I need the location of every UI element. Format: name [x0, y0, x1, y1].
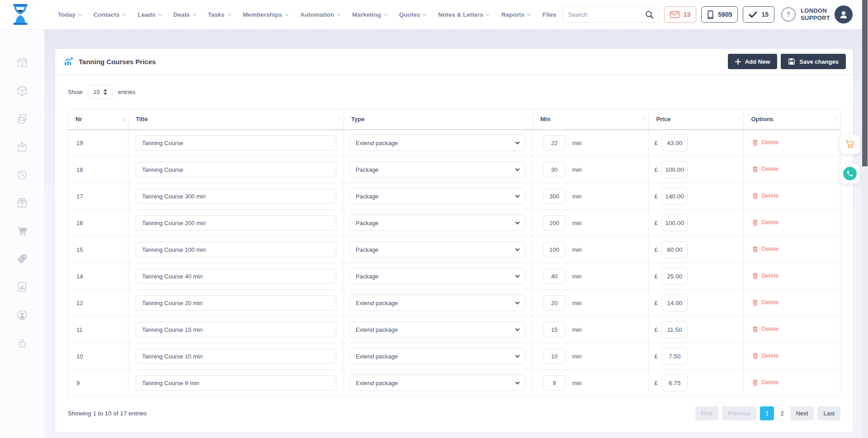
- pagination-last-button[interactable]: Last: [817, 406, 840, 420]
- avatar[interactable]: [835, 5, 853, 24]
- user-menu[interactable]: LONDON SUPPORT: [801, 5, 853, 24]
- delete-button[interactable]: Delete: [752, 245, 778, 253]
- add-new-button[interactable]: Add New: [728, 54, 778, 69]
- delete-button[interactable]: Delete: [752, 352, 778, 359]
- save-changes-button[interactable]: Save changes: [781, 54, 846, 69]
- delete-button[interactable]: Delete: [752, 325, 778, 333]
- account-icon[interactable]: [16, 309, 28, 321]
- sort-icon[interactable]: ↑↓: [338, 117, 340, 122]
- nav-item-memberships[interactable]: Memberships: [243, 11, 288, 18]
- delete-button[interactable]: Delete: [752, 219, 778, 226]
- nav-item-quotes[interactable]: Quotes: [399, 11, 426, 18]
- sort-icon[interactable]: ↑↓: [737, 117, 740, 122]
- title-input[interactable]: [136, 242, 336, 257]
- min-input[interactable]: [543, 295, 566, 311]
- tasks-badge[interactable]: 15: [743, 6, 774, 23]
- delete-button[interactable]: Delete: [752, 272, 778, 279]
- type-select[interactable]: Extend package: [349, 295, 525, 311]
- column-header-price[interactable]: Price↑↓: [649, 109, 744, 130]
- nav-item-contacts[interactable]: Contacts: [94, 11, 126, 18]
- calendar-icon[interactable]: 12: [16, 57, 28, 69]
- min-input[interactable]: [543, 375, 566, 391]
- scrollbar-thumb[interactable]: [862, 0, 868, 166]
- page-size-select[interactable]: 10: [88, 85, 113, 99]
- sort-icon[interactable]: ↑↓: [527, 117, 529, 122]
- type-select[interactable]: Extend package: [349, 348, 525, 364]
- pagination-previous-button[interactable]: Previous: [722, 406, 757, 420]
- title-input[interactable]: [136, 135, 336, 151]
- column-header-nr[interactable]: Nr↑↓: [68, 109, 128, 130]
- help-button[interactable]: ?: [781, 7, 796, 22]
- price-tag-icon[interactable]: $: [16, 253, 28, 265]
- type-select[interactable]: Extend package: [349, 375, 525, 391]
- price-input[interactable]: [661, 348, 688, 365]
- floating-phone-button[interactable]: [840, 164, 860, 184]
- pagination-first-button[interactable]: First: [695, 406, 718, 420]
- pagination-page-1-active[interactable]: 1: [760, 406, 774, 420]
- type-select[interactable]: Package: [349, 188, 525, 204]
- type-select[interactable]: Package: [349, 241, 525, 258]
- price-input[interactable]: [661, 268, 688, 285]
- type-select[interactable]: Extend package: [349, 321, 525, 338]
- cart-icon[interactable]: [16, 225, 28, 237]
- floating-cart-button[interactable]: [840, 134, 860, 154]
- bag-download-icon[interactable]: [16, 141, 28, 153]
- price-input[interactable]: [661, 241, 688, 258]
- search-input[interactable]: [563, 11, 641, 18]
- sort-icon[interactable]: ↑↓: [642, 117, 645, 122]
- sort-icon[interactable]: ↑↓: [834, 117, 837, 122]
- delete-button[interactable]: Delete: [752, 139, 778, 146]
- title-input[interactable]: [136, 215, 336, 231]
- nav-item-automation[interactable]: Automation: [300, 11, 340, 18]
- nav-item-reports[interactable]: Reports: [501, 11, 530, 18]
- price-input[interactable]: [661, 188, 688, 205]
- gift-icon[interactable]: [16, 197, 28, 209]
- price-input[interactable]: [661, 321, 688, 338]
- min-input[interactable]: [543, 188, 566, 204]
- type-select[interactable]: Extend package: [349, 135, 525, 151]
- sort-icon[interactable]: ↑↓: [122, 117, 125, 122]
- delete-button[interactable]: Delete: [752, 299, 778, 306]
- nav-item-today[interactable]: Today: [58, 11, 81, 18]
- price-input[interactable]: [661, 294, 688, 311]
- history-icon[interactable]: [16, 169, 28, 181]
- delete-button[interactable]: Delete: [752, 165, 778, 173]
- title-input[interactable]: [136, 375, 336, 391]
- type-select[interactable]: Package: [349, 215, 525, 231]
- price-input[interactable]: [661, 374, 688, 391]
- nav-item-marketing[interactable]: Marketing: [352, 11, 387, 18]
- column-header-title[interactable]: Title↑↓: [128, 109, 344, 130]
- title-input[interactable]: [136, 188, 336, 204]
- nav-item-tasks[interactable]: Tasks: [208, 11, 231, 18]
- nav-item-files[interactable]: Files: [542, 11, 557, 18]
- price-input[interactable]: [661, 214, 688, 231]
- min-input[interactable]: [543, 242, 566, 257]
- search-icon[interactable]: [641, 7, 659, 22]
- title-input[interactable]: [136, 162, 336, 177]
- min-input[interactable]: [543, 322, 566, 337]
- type-select[interactable]: Package: [349, 161, 525, 178]
- price-input[interactable]: [661, 161, 688, 178]
- cube-icon[interactable]: [16, 85, 28, 97]
- min-input[interactable]: [543, 135, 566, 151]
- column-header-min[interactable]: Min↑↓: [533, 109, 649, 130]
- price-input[interactable]: [661, 134, 688, 151]
- report-document-icon[interactable]: [16, 281, 28, 293]
- title-input[interactable]: [136, 349, 336, 364]
- calls-badge[interactable]: 5905: [701, 6, 738, 23]
- column-header-type[interactable]: Type↑↓: [344, 109, 533, 130]
- delete-button[interactable]: Delete: [752, 192, 778, 199]
- delete-button[interactable]: Delete: [752, 379, 778, 386]
- messages-badge[interactable]: 13: [664, 6, 697, 23]
- app-logo[interactable]: [10, 3, 31, 26]
- pagination-next-button[interactable]: Next: [790, 406, 814, 420]
- nav-item-leads[interactable]: Leads: [138, 11, 161, 18]
- nav-item-notes-letters[interactable]: Notes & Letters: [438, 11, 489, 18]
- min-input[interactable]: [543, 215, 566, 231]
- column-header-options[interactable]: Options↑↓: [744, 109, 840, 130]
- min-input[interactable]: [543, 268, 566, 284]
- pagination-page-2[interactable]: 2: [778, 406, 786, 420]
- title-input[interactable]: [136, 295, 336, 311]
- min-input[interactable]: [543, 349, 566, 364]
- type-select[interactable]: Package: [349, 268, 525, 284]
